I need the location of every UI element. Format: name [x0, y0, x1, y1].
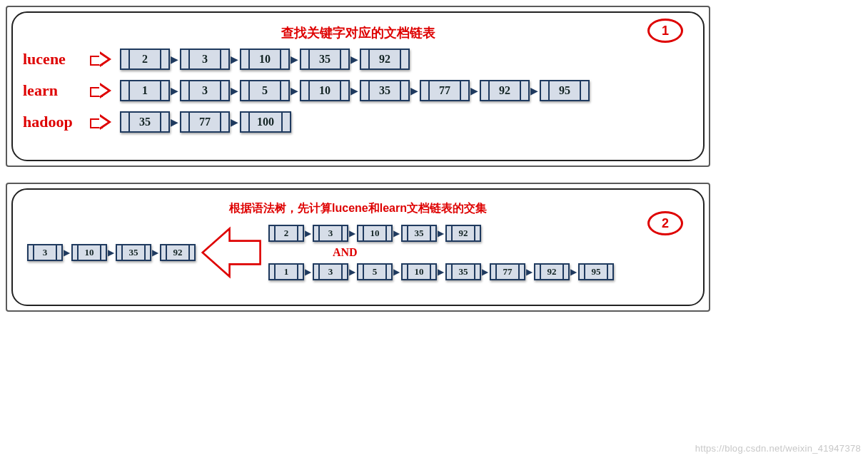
- node-cap: [297, 226, 303, 240]
- node-cap: [56, 245, 61, 260]
- step-badge-1: 1: [647, 19, 683, 43]
- doc-id: 35: [408, 226, 430, 240]
- doc-id: 92: [541, 265, 562, 279]
- node-cap: [160, 113, 168, 131]
- node-cap: [340, 50, 348, 68]
- doc-node: 2: [120, 49, 170, 70]
- doc-node: 35: [360, 80, 410, 101]
- node-cap: [403, 226, 408, 240]
- node-cap: [607, 265, 612, 279]
- doc-id: 10: [79, 245, 100, 260]
- node-cap: [403, 265, 408, 279]
- keyword-row: lucene2▶3▶10▶35▶92: [23, 49, 693, 70]
- node-cap: [297, 265, 303, 279]
- chain-link-icon: ▶: [437, 228, 445, 238]
- chain-link-icon: ▶: [170, 116, 180, 128]
- panel-2: 根据语法树，先计算lucene和learn文档链表的交集 2 3▶10▶35▶9…: [11, 188, 705, 306]
- chain-link-icon: ▶: [393, 228, 401, 238]
- keyword-label: learn: [23, 81, 90, 100]
- doc-node: 35: [445, 263, 481, 280]
- operator-label: AND: [268, 246, 614, 259]
- chain-link-icon: ▶: [230, 54, 240, 65]
- panel-1-title: 查找关键字对应的文档链表: [23, 24, 693, 41]
- keyword-rows: lucene2▶3▶10▶35▶92learn1▶3▶5▶10▶35▶77▶92…: [23, 49, 693, 133]
- chain-link-icon: ▶: [470, 85, 480, 96]
- node-cap: [121, 50, 130, 68]
- node-cap: [220, 113, 228, 131]
- node-cap: [535, 265, 541, 279]
- pointer-arrow-icon: [90, 52, 114, 66]
- doc-id: 35: [130, 113, 160, 131]
- doc-id: 35: [310, 50, 340, 68]
- doc-chain: 2▶3▶10▶35▶92: [120, 49, 410, 70]
- chain-link-icon: ▶: [230, 116, 240, 128]
- node-cap: [447, 226, 453, 240]
- doc-node: 95: [578, 263, 614, 280]
- doc-node: 92: [445, 225, 481, 242]
- node-cap: [341, 226, 347, 240]
- node-cap: [100, 245, 106, 260]
- node-cap: [181, 81, 190, 100]
- node-cap: [314, 265, 320, 279]
- node-cap: [474, 265, 480, 279]
- node-cap: [121, 113, 130, 131]
- doc-node: 100: [240, 111, 291, 133]
- chain-link-icon: ▶: [290, 54, 300, 65]
- step-badge-2: 2: [647, 211, 683, 235]
- node-cap: [301, 50, 310, 68]
- doc-node: 35: [300, 49, 350, 70]
- node-cap: [361, 81, 370, 100]
- chain-link-icon: ▶: [63, 248, 71, 258]
- svg-marker-0: [203, 228, 261, 276]
- node-cap: [270, 226, 276, 240]
- pointer-arrow-icon: [90, 115, 114, 129]
- node-cap: [161, 245, 167, 260]
- doc-id: 3: [320, 226, 341, 240]
- doc-id: 1: [276, 265, 297, 279]
- operand-stack: 2▶3▶10▶35▶92 AND 1▶3▶5▶10▶35▶77▶92▶95: [268, 225, 614, 280]
- node-cap: [280, 81, 288, 100]
- node-cap: [518, 265, 524, 279]
- doc-node: 77: [420, 80, 470, 101]
- node-cap: [314, 226, 320, 240]
- doc-id: 77: [497, 265, 518, 279]
- doc-id: 77: [190, 113, 220, 131]
- node-cap: [580, 81, 588, 100]
- node-cap: [400, 81, 408, 100]
- doc-node: 92: [480, 80, 530, 101]
- node-cap: [361, 50, 370, 68]
- step-badge-1-num: 1: [662, 24, 669, 39]
- keyword-row: hadoop35▶77▶100: [23, 111, 693, 133]
- node-cap: [121, 81, 130, 100]
- keyword-label: hadoop: [23, 113, 90, 131]
- node-cap: [241, 81, 250, 100]
- chain-link-icon: ▶: [230, 85, 240, 96]
- node-cap: [474, 226, 480, 240]
- doc-id: 10: [310, 81, 340, 100]
- node-cap: [181, 50, 190, 68]
- chain-link-icon: ▶: [350, 85, 360, 96]
- node-cap: [220, 81, 228, 100]
- operand-a-chain: 2▶3▶10▶35▶92: [268, 225, 614, 242]
- doc-node: 10: [300, 80, 350, 101]
- doc-id: 92: [453, 226, 474, 240]
- operand-b-chain: 1▶3▶5▶10▶35▶77▶92▶95: [268, 263, 614, 280]
- chain-link-icon: ▶: [290, 85, 300, 96]
- doc-id: 92: [490, 81, 520, 100]
- chain-link-icon: ▶: [437, 267, 445, 277]
- chain-link-icon: ▶: [304, 267, 313, 277]
- doc-node: 35: [120, 111, 170, 133]
- pointer-arrow-icon: [90, 83, 114, 98]
- doc-id: 95: [585, 265, 607, 279]
- doc-id: 35: [123, 245, 144, 260]
- node-cap: [73, 245, 79, 260]
- doc-chain: 1▶3▶5▶10▶35▶77▶92▶95: [120, 80, 590, 101]
- chain-link-icon: ▶: [304, 228, 313, 238]
- node-cap: [491, 265, 497, 279]
- panel-1: 查找关键字对应的文档链表 1 lucene2▶3▶10▶35▶92learn1▶…: [11, 11, 705, 161]
- panel-2-container: 根据语法树，先计算lucene和learn文档链表的交集 2 3▶10▶35▶9…: [6, 183, 710, 312]
- panel-1-container: 查找关键字对应的文档链表 1 lucene2▶3▶10▶35▶92learn1▶…: [6, 6, 710, 167]
- chain-link-icon: ▶: [525, 267, 534, 277]
- node-cap: [341, 265, 347, 279]
- chain-link-icon: ▶: [350, 54, 360, 65]
